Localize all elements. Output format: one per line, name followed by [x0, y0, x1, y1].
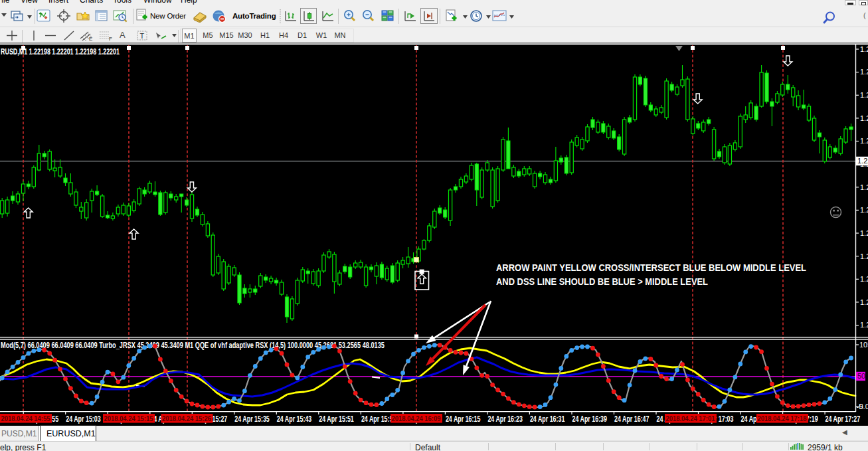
svg-text:1.22: 1.22 [860, 137, 868, 145]
svg-text:1.22: 1.22 [860, 298, 868, 306]
svg-text:1.22: 1.22 [860, 252, 868, 260]
svg-text:ARROW PAINT YELLOW CROSS/INTER: ARROW PAINT YELLOW CROSS/INTERSECT BLUE … [496, 262, 806, 273]
svg-text:24 Apr 16:39: 24 Apr 16:39 [572, 414, 608, 424]
svg-text:2018.04.24 14:55: 2018.04.24 14:55 [1, 414, 50, 422]
svg-text:2018.04.24 15:26: 2018.04.24 15:26 [162, 414, 211, 422]
svg-text:1.22: 1.22 [860, 45, 868, 53]
svg-text:24 Apr 16:31: 24 Apr 16:31 [530, 414, 565, 424]
svg-text:24 Apr 17:27: 24 Apr 17:27 [825, 414, 861, 424]
svg-text:1.22: 1.22 [857, 157, 868, 165]
svg-text:24 Apr 15:51: 24 Apr 15:51 [319, 414, 354, 424]
svg-text:1.22: 1.22 [860, 183, 868, 191]
svg-text:50: 50 [857, 372, 865, 380]
svg-text:2018.04.24 17:18: 2018.04.24 17:18 [758, 414, 807, 422]
svg-text:24 Apr 15:35: 24 Apr 15:35 [234, 414, 270, 424]
svg-text:Mod(5,7) 66.0409 66.0409 66.04: Mod(5,7) 66.0409 66.0409 66.0409 Turbo_J… [1, 341, 385, 350]
svg-text:1.22: 1.22 [860, 68, 868, 76]
svg-text:2018.04.24 17:01: 2018.04.24 17:01 [666, 414, 715, 422]
svg-text:24 Apr 15:03: 24 Apr 15:03 [66, 414, 101, 424]
svg-text:1.22: 1.22 [860, 114, 868, 122]
svg-text:24 Apr 15:43: 24 Apr 15:43 [277, 414, 312, 424]
svg-text:AND DSS LINE SHOULD BE BLUE >: AND DSS LINE SHOULD BE BLUE > MIDDLE LEV… [496, 276, 708, 287]
svg-text:24 Apr 16:15: 24 Apr 16:15 [446, 414, 481, 424]
svg-text:RUSD,M1 1.22198 1.22201 1.221: RUSD,M1 1.22198 1.22201 1.22198 1.22201 [1, 47, 120, 56]
svg-text:0.00: 0.00 [859, 403, 868, 410]
svg-text:105: 105 [859, 341, 868, 349]
svg-text:2018.04.24 15:15: 2018.04.24 15:15 [104, 414, 153, 422]
svg-text:1.22: 1.22 [860, 321, 868, 329]
svg-text:1.22: 1.22 [860, 206, 868, 214]
svg-text:24 Apr 16:23: 24 Apr 16:23 [487, 414, 523, 424]
svg-text:24 Apr 16:47: 24 Apr 16:47 [614, 414, 650, 424]
svg-text:2018.04.24 16:09: 2018.04.24 16:09 [392, 414, 441, 422]
svg-text:1.22: 1.22 [860, 229, 868, 237]
svg-text:1.22: 1.22 [860, 275, 868, 283]
svg-text:1.22: 1.22 [860, 91, 868, 99]
